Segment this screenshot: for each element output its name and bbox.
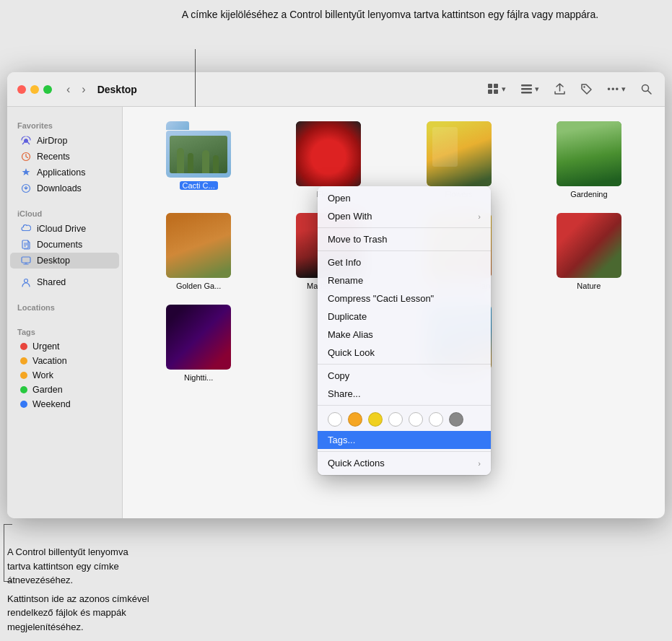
sidebar-item-shared[interactable]: Shared: [10, 274, 119, 290]
ctx-copy[interactable]: Copy: [318, 367, 491, 385]
svg-rect-2: [488, 90, 492, 94]
tags-label: Tags: [7, 320, 122, 339]
file-item-cacti[interactable]: Cacti C...: [137, 121, 260, 199]
sidebar-item-airdrop[interactable]: AirDrop: [10, 133, 119, 149]
ctx-quicklook[interactable]: Quick Look: [318, 344, 491, 362]
sidebar-item-recents[interactable]: Recents: [10, 149, 119, 165]
file-item-nightti[interactable]: Nightti...: [137, 305, 260, 382]
recents-label: Recents: [37, 152, 70, 162]
ctx-rename[interactable]: Rename: [318, 271, 491, 289]
golden-thumb: [166, 213, 231, 278]
file-grid: Cacti C... Flower Flowers: [123, 107, 665, 518]
ctx-sep1: [318, 227, 491, 228]
svg-rect-13: [22, 257, 30, 263]
back-button[interactable]: ‹: [64, 82, 73, 97]
tag-circle-none[interactable]: [328, 412, 342, 427]
desktop-icon: [20, 255, 32, 266]
more-button[interactable]: ••• ▾: [605, 82, 628, 96]
ctx-open[interactable]: Open: [318, 189, 491, 207]
garden-label: Garden: [32, 385, 63, 395]
ctx-trash[interactable]: Move to Trash: [318, 230, 491, 248]
garden-dot: [20, 386, 27, 393]
nature-label: Nature: [577, 282, 601, 290]
urgent-dot: [20, 343, 27, 350]
svg-rect-0: [488, 84, 492, 88]
svg-line-9: [648, 91, 652, 95]
locations-label: Locations: [7, 296, 122, 315]
file-item-golden[interactable]: Golden Ga...: [137, 213, 260, 290]
minimize-button[interactable]: [30, 85, 39, 94]
tag-circle-empty3[interactable]: [429, 412, 443, 427]
svg-point-14: [25, 279, 28, 283]
annotation-bottom-2: Kattintson ide az azonos címkével rendel…: [7, 592, 152, 635]
sidebar-item-vacation[interactable]: Vacation: [10, 354, 119, 368]
window-title: Desktop: [97, 84, 480, 95]
tag-button[interactable]: [578, 82, 595, 97]
desktop-label: Desktop: [37, 256, 70, 266]
context-menu: Open Open With › Move to Trash Get Info: [318, 186, 491, 475]
weekend-dot: [20, 401, 27, 408]
svg-rect-5: [521, 88, 532, 90]
flower-thumb: [296, 121, 361, 186]
tag-circle-empty2[interactable]: [409, 412, 423, 427]
icloud-drive-icon: [20, 223, 32, 235]
ctx-share[interactable]: Share...: [318, 385, 491, 403]
icloud-drive-label: iCloud Drive: [37, 224, 86, 234]
recents-icon: [20, 151, 32, 162]
ctx-open-with[interactable]: Open With ›: [318, 207, 491, 225]
ctx-alias[interactable]: Make Alias: [318, 326, 491, 344]
svg-rect-1: [494, 84, 498, 88]
file-item-nature[interactable]: Nature: [528, 213, 650, 290]
ctx-info[interactable]: Get Info: [318, 253, 491, 271]
flowers-thumb: [427, 121, 492, 186]
sidebar-item-weekend[interactable]: Weekend: [10, 397, 119, 411]
svg-rect-6: [521, 92, 532, 94]
applications-icon: [20, 167, 32, 178]
view-list-button[interactable]: ▾: [518, 82, 541, 97]
nightti-label: Nightti...: [184, 373, 213, 382]
annotation-top: A címke kijelöléséhez a Control billenty…: [130, 7, 650, 22]
sidebar-item-icloud-drive[interactable]: iCloud Drive: [10, 221, 119, 237]
sidebar-item-work[interactable]: Work: [10, 368, 119, 383]
content-area: Favorites AirDrop: [7, 107, 665, 518]
sidebar-item-garden[interactable]: Garden: [10, 383, 119, 397]
ctx-compress[interactable]: Compress "Cacti Lesson": [318, 289, 491, 308]
ctx-duplicate[interactable]: Duplicate: [318, 308, 491, 326]
applications-label: Applications: [37, 167, 85, 178]
file-item-gardening[interactable]: Gardening: [528, 121, 650, 199]
ctx-quick-actions[interactable]: Quick Actions ›: [318, 454, 491, 472]
ctx-sep5: [318, 451, 491, 452]
sidebar-item-urgent[interactable]: Urgent: [10, 339, 119, 354]
tag-circle-empty1[interactable]: [388, 412, 403, 427]
annotation-bottom-1: A Control billentyűt lenyomva tartva kat…: [7, 545, 152, 588]
view-grid-button[interactable]: ▾: [485, 82, 508, 97]
maximize-button[interactable]: [43, 85, 52, 94]
tag-circle-orange[interactable]: [348, 412, 362, 427]
tag-circle-gray[interactable]: [449, 412, 463, 427]
sidebar: Favorites AirDrop: [7, 107, 123, 518]
ctx-tags[interactable]: Tags...: [318, 431, 491, 449]
work-dot: [20, 372, 27, 379]
gardening-label: Gardening: [570, 190, 607, 199]
work-label: Work: [32, 370, 53, 380]
close-button[interactable]: [17, 85, 26, 94]
vacation-dot: [20, 357, 27, 365]
share-button[interactable]: [551, 82, 568, 97]
sidebar-item-desktop[interactable]: Desktop: [10, 253, 119, 269]
sidebar-item-documents[interactable]: Documents: [10, 237, 119, 253]
search-button[interactable]: [638, 82, 655, 97]
golden-label: Golden Ga...: [176, 282, 221, 290]
vacation-label: Vacation: [32, 356, 67, 366]
sidebar-item-applications[interactable]: Applications: [10, 165, 119, 180]
ctx-sep3: [318, 364, 491, 365]
shared-label: Shared: [37, 277, 66, 287]
tag-circle-yellow[interactable]: [368, 412, 383, 427]
gardening-thumb: [557, 121, 621, 186]
annotation-bottom: A Control billentyűt lenyomva tartva kat…: [7, 545, 152, 634]
icloud-label: iCloud: [7, 202, 122, 221]
forward-button[interactable]: ›: [79, 82, 88, 97]
ctx-sep2: [318, 250, 491, 251]
documents-icon: [20, 239, 32, 250]
sidebar-item-downloads[interactable]: Downloads: [10, 180, 119, 196]
downloads-label: Downloads: [37, 183, 82, 193]
